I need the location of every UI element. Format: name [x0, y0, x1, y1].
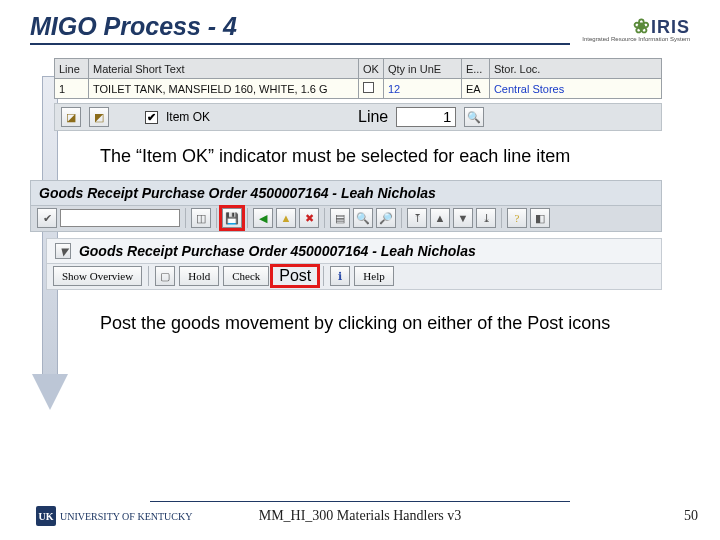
col-ok: OK	[359, 59, 384, 79]
table-row[interactable]: 1 TOILET TANK, MANSFIELD 160, WHITE, 1.6…	[55, 79, 662, 99]
cell-qty[interactable]: 12	[383, 79, 461, 99]
window-title-1: Goods Receipt Purchase Order 4500007164 …	[30, 180, 662, 206]
print-icon[interactable]: ▤	[330, 208, 350, 228]
back-icon[interactable]: ◀	[253, 208, 273, 228]
check-button[interactable]: Check	[223, 266, 269, 286]
line-item-grid: Line Material Short Text OK Qty in UnE E…	[30, 58, 690, 131]
item-ok-checkbox[interactable]: ✔	[145, 111, 158, 124]
ok-checkbox-icon[interactable]	[363, 82, 374, 93]
help-icon[interactable]: ?	[507, 208, 527, 228]
check-icon[interactable]: ✔	[37, 208, 57, 228]
cell-unit: EA	[461, 79, 489, 99]
col-stor: Stor. Loc.	[489, 59, 661, 79]
doc-icon[interactable]: ◫	[191, 208, 211, 228]
leaf-icon: ❀	[633, 15, 651, 37]
sap-toolbar-1: ✔ ◫ 💾 ◀ ▲ ✖ ▤ 🔍 🔎 ⤒ ▲ ▼ ⤓ ? ◧	[30, 206, 662, 232]
post-button-group: Post	[273, 267, 317, 285]
note-post: Post the goods movement by clicking on e…	[100, 312, 640, 335]
cell-line: 1	[55, 79, 89, 99]
first-icon[interactable]: ⤒	[407, 208, 427, 228]
help-button[interactable]: Help	[354, 266, 393, 286]
line-label: Line	[358, 108, 388, 126]
last-icon[interactable]: ⤓	[476, 208, 496, 228]
page-number: 50	[684, 508, 698, 524]
save-post-icon[interactable]: 💾	[222, 208, 242, 228]
col-qty: Qty in UnE	[383, 59, 461, 79]
findnext-icon[interactable]: 🔎	[376, 208, 396, 228]
footer-center: MM_HI_300 Materials Handlers v3	[0, 508, 720, 524]
cancel-icon[interactable]: ✖	[299, 208, 319, 228]
prev-icon[interactable]: ▲	[430, 208, 450, 228]
note-item-ok: The “Item OK” indicator must be selected…	[100, 145, 640, 168]
iris-subtitle: Integrated Resource Information System	[582, 36, 690, 42]
help-info-icon[interactable]: ℹ	[330, 266, 350, 286]
collapse-right-icon[interactable]: ◩	[89, 107, 109, 127]
menu-icon[interactable]: ▾	[55, 243, 71, 259]
col-unit: E...	[461, 59, 489, 79]
window-title-2: ▾ Goods Receipt Purchase Order 450000716…	[46, 238, 662, 264]
collapse-left-icon[interactable]: ◪	[61, 107, 81, 127]
new-icon[interactable]: ▢	[155, 266, 175, 286]
slide-title: MIGO Process - 4	[30, 12, 570, 45]
line-search-icon[interactable]: 🔍	[464, 107, 484, 127]
iris-name: IRIS	[651, 17, 690, 37]
item-ok-bar: ◪ ◩ ✔ Item OK Line 1 🔍	[54, 103, 662, 131]
next-icon[interactable]: ▼	[453, 208, 473, 228]
iris-logo: ❀IRIS	[633, 14, 690, 38]
post-button[interactable]: Post	[273, 267, 317, 285]
find-icon[interactable]: 🔍	[353, 208, 373, 228]
col-material: Material Short Text	[89, 59, 359, 79]
window-title-2-text: Goods Receipt Purchase Order 4500007164 …	[79, 243, 476, 259]
cell-stor[interactable]: Central Stores	[489, 79, 661, 99]
exit-icon[interactable]: ▲	[276, 208, 296, 228]
item-ok-label: Item OK	[166, 110, 210, 124]
layout-icon[interactable]: ◧	[530, 208, 550, 228]
hold-button[interactable]: Hold	[179, 266, 219, 286]
line-value-field[interactable]: 1	[396, 107, 456, 127]
footer-rule	[150, 501, 570, 502]
sap-toolbar-2: Show Overview ▢ Hold Check Post ℹ Help	[46, 264, 662, 290]
cell-ok[interactable]	[359, 79, 384, 99]
show-overview-button[interactable]: Show Overview	[53, 266, 142, 286]
cell-material: TOILET TANK, MANSFIELD 160, WHITE, 1.6 G	[89, 79, 359, 99]
command-field[interactable]	[60, 209, 180, 227]
col-line: Line	[55, 59, 89, 79]
